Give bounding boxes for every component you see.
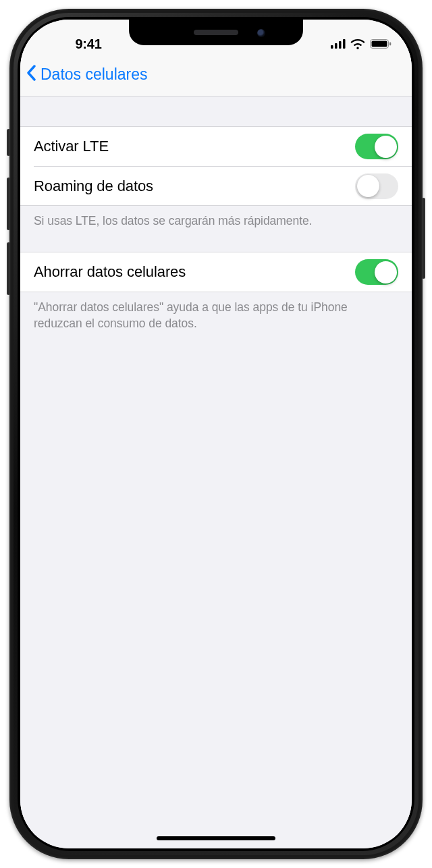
chevron-left-icon xyxy=(26,65,38,85)
back-button[interactable]: Datos celulares xyxy=(26,65,148,85)
speaker-grill xyxy=(194,30,238,35)
group-spacer xyxy=(20,97,412,126)
silence-switch xyxy=(7,129,10,156)
cellular-signal-icon xyxy=(331,39,346,49)
settings-group-low-data: Ahorrar datos celulares xyxy=(20,252,412,292)
settings-content: Activar LTE Roaming de datos Si usas LTE… xyxy=(20,97,412,848)
home-indicator[interactable] xyxy=(157,836,275,840)
row-label: Ahorrar datos celulares xyxy=(34,263,186,281)
svg-rect-5 xyxy=(372,41,387,47)
svg-rect-2 xyxy=(339,41,342,49)
row-data-roaming[interactable]: Roaming de datos xyxy=(34,166,412,205)
toggle-knob xyxy=(375,261,397,283)
phone-frame: 9:41 Dat xyxy=(9,9,423,859)
row-low-data-mode[interactable]: Ahorrar datos celulares xyxy=(20,252,412,292)
volume-up-button xyxy=(7,178,10,230)
svg-rect-3 xyxy=(343,39,346,49)
svg-rect-0 xyxy=(331,45,333,49)
group-footer-low-data: "Ahorrar datos celulares" ayuda a que la… xyxy=(20,292,412,331)
notch xyxy=(129,20,303,45)
row-label: Activar LTE xyxy=(34,138,109,155)
toggle-enable-lte[interactable] xyxy=(355,134,398,159)
volume-down-button xyxy=(7,242,10,295)
group-spacer xyxy=(20,229,412,252)
screen: 9:41 Dat xyxy=(20,20,412,848)
settings-group-lte: Activar LTE Roaming de datos xyxy=(20,126,412,206)
device-stage: 9:41 Dat xyxy=(0,0,432,868)
toggle-data-roaming[interactable] xyxy=(355,173,398,199)
toggle-knob xyxy=(357,175,379,197)
row-label: Roaming de datos xyxy=(34,178,153,195)
wifi-icon xyxy=(350,39,365,49)
navigation-bar: Datos celulares xyxy=(20,57,412,97)
front-camera xyxy=(257,29,265,37)
group-footer-lte: Si usas LTE, los datos se cargarán más r… xyxy=(20,206,412,229)
status-time: 9:41 xyxy=(45,36,132,52)
row-enable-lte[interactable]: Activar LTE xyxy=(20,127,412,166)
battery-icon xyxy=(370,39,392,49)
svg-rect-1 xyxy=(335,43,338,49)
svg-rect-6 xyxy=(389,43,391,46)
status-icons xyxy=(304,39,392,49)
toggle-knob xyxy=(375,136,397,158)
toggle-low-data-mode[interactable] xyxy=(355,259,398,285)
power-button xyxy=(422,198,425,279)
back-label: Datos celulares xyxy=(40,65,148,84)
